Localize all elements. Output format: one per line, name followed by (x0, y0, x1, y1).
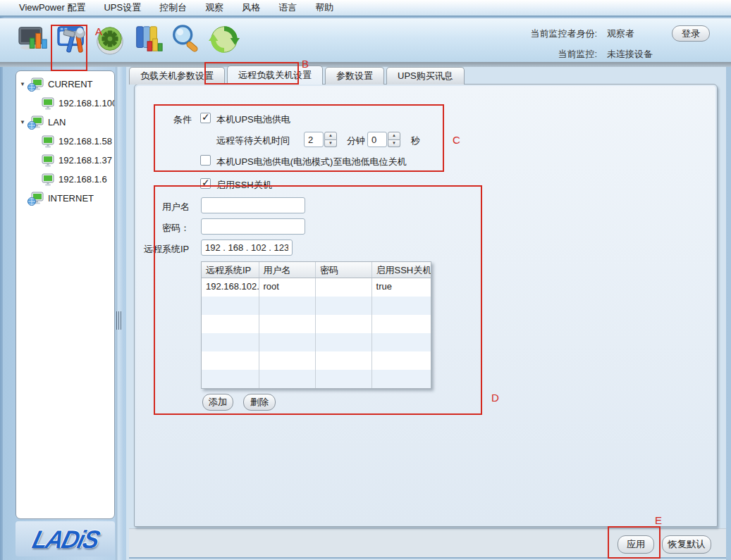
computer-icon (41, 97, 55, 110)
login-button[interactable]: 登录 (672, 25, 710, 42)
col-password[interactable]: 密码 (316, 262, 372, 278)
tab-remote-load-shutdown[interactable]: 远程负载关机设置 (227, 66, 323, 85)
computer-icon (41, 135, 55, 148)
spin-up-icon[interactable] (388, 132, 400, 140)
network-computer-icon (27, 192, 44, 206)
table-row[interactable] (202, 370, 431, 388)
wait-time-label: 远程等待关机时间 (216, 135, 290, 147)
menu-viewpower-config[interactable]: ViewPower 配置 (10, 0, 94, 15)
restore-default-button[interactable]: 恢复默认 (662, 535, 711, 554)
shutdown-settings-icon (56, 21, 88, 60)
device-tree: CURRENT 192.168.1.100 LAN (16, 70, 115, 519)
tree-node-label[interactable]: 192.168.1.37 (59, 155, 112, 166)
delete-button[interactable]: 删除 (243, 394, 276, 411)
tab-load-shutdown-params[interactable]: 负载关机参数设置 (129, 67, 225, 85)
menu-help[interactable]: 帮助 (306, 0, 343, 15)
menu-style[interactable]: 风格 (233, 0, 269, 15)
battery-power-label: 本机UPS电池供电 (216, 113, 290, 126)
table-row[interactable] (202, 333, 431, 351)
expander-icon[interactable] (18, 119, 27, 125)
table-row[interactable] (202, 351, 431, 370)
tab-ups-purchase-info[interactable]: UPS购买讯息 (386, 67, 465, 85)
network-computer-icon (27, 77, 44, 92)
splitter-grip-icon[interactable] (116, 311, 122, 330)
control-gear-icon (94, 21, 126, 60)
spin-down-icon[interactable] (324, 140, 337, 148)
table-header-row: 远程系统IP 用户名 密码 启用SSH关机 (202, 262, 431, 278)
password-label: 密码： (162, 222, 190, 235)
enable-ssh-checkbox[interactable] (200, 178, 211, 189)
monitor-view-button[interactable] (17, 20, 50, 60)
logo-text: LADiS (29, 525, 101, 554)
menu-console[interactable]: 控制台 (150, 0, 196, 15)
tree-node-ip[interactable]: 192.168.1.58 (18, 132, 114, 151)
tree-node-label[interactable]: 192.168.1.58 (59, 136, 112, 147)
col-username[interactable]: 用户名 (259, 262, 317, 278)
tab-parameter-settings[interactable]: 参数设置 (325, 67, 384, 85)
add-button[interactable]: 添加 (202, 394, 233, 411)
computer-icon (41, 154, 55, 167)
table-row[interactable]: 192.168.102. root true (202, 278, 431, 297)
tree-node-ip[interactable]: 192.168.1.6 (18, 170, 114, 189)
network-computer-icon (27, 116, 44, 130)
menu-bar: ViewPower 配置 UPS设置 控制台 观察 风格 语言 帮助 (0, 0, 731, 17)
expander-icon[interactable] (18, 81, 27, 87)
tab-bar: 负载关机参数设置 远程负载关机设置 参数设置 UPS购买讯息 (129, 66, 467, 85)
pane-splitter[interactable] (116, 67, 123, 560)
remote-ip-input[interactable] (201, 239, 293, 256)
remote-ip-label: 远程系统IP (144, 243, 189, 256)
menu-ups-settings[interactable]: UPS设置 (94, 0, 150, 15)
refresh-icon (208, 21, 240, 60)
monitored-label: 当前监控: (530, 48, 597, 61)
condition-label: 条件 (173, 113, 192, 126)
monitor-view-icon (18, 21, 50, 60)
minutes-unit-label: 分钟 (347, 135, 365, 147)
tree-node-internet[interactable]: INTERNET (18, 189, 114, 208)
col-enable-ssh[interactable]: 启用SSH关机 (372, 262, 431, 278)
low-battery-shutdown-checkbox[interactable] (200, 155, 211, 166)
password-input[interactable] (201, 218, 305, 235)
col-remote-ip[interactable]: 远程系统IP (202, 262, 259, 278)
tree-node-label[interactable]: 192.168.1.100 (59, 98, 115, 108)
identity-label: 当前监控者身份: (530, 27, 597, 40)
refresh-button[interactable] (207, 20, 240, 60)
spin-up-icon[interactable] (324, 132, 337, 140)
menu-view[interactable]: 观察 (196, 0, 233, 15)
report-icon (132, 21, 164, 60)
tree-node-current[interactable]: CURRENT (18, 75, 114, 94)
username-input[interactable] (201, 197, 305, 213)
tree-node-ip[interactable]: 192.168.1.100 (18, 94, 114, 113)
low-battery-shutdown-label: 本机UPS电池供电(电池模式)至电池低电位关机 (216, 156, 406, 168)
tree-node-label[interactable]: LAN (48, 117, 66, 127)
shutdown-settings-button[interactable] (55, 20, 88, 60)
username-label: 用户名 (162, 201, 190, 213)
seconds-unit-label: 秒 (411, 135, 420, 147)
seconds-input[interactable] (367, 132, 387, 147)
ssh-hosts-table[interactable]: 远程系统IP 用户名 密码 启用SSH关机 192.168.102. root … (201, 261, 431, 389)
tree-node-label[interactable]: 192.168.1.6 (59, 174, 107, 185)
toolbar: 当前监控者身份: 观察者 登录 当前监控: 未连接设备 (0, 18, 731, 62)
brand-logo: LADiS (16, 521, 115, 556)
minutes-stepper[interactable] (324, 132, 337, 147)
control-gear-button[interactable] (93, 20, 126, 60)
table-row[interactable] (202, 315, 431, 333)
tree-node-label[interactable]: CURRENT (48, 79, 93, 89)
computer-icon (41, 173, 55, 186)
monitor-status: 当前监控者身份: 观察者 登录 当前监控: 未连接设备 (530, 25, 713, 61)
menu-language[interactable]: 语言 (269, 0, 306, 15)
search-button[interactable] (169, 20, 202, 60)
enable-ssh-label: 启用SSH关机 (216, 179, 272, 192)
battery-power-checkbox[interactable] (200, 113, 211, 123)
seconds-stepper[interactable] (388, 132, 400, 147)
search-icon (170, 21, 202, 60)
apply-button[interactable]: 应用 (618, 535, 654, 554)
tree-node-label[interactable]: INTERNET (48, 193, 94, 204)
table-row[interactable] (202, 297, 431, 315)
tree-node-ip[interactable]: 192.168.1.37 (18, 151, 114, 170)
report-button[interactable] (131, 20, 164, 60)
tree-node-lan[interactable]: LAN (18, 113, 114, 132)
spin-down-icon[interactable] (388, 140, 400, 148)
monitored-value: 未连接设备 (607, 48, 662, 61)
minutes-input[interactable] (304, 132, 324, 147)
identity-value: 观察者 (607, 27, 662, 40)
